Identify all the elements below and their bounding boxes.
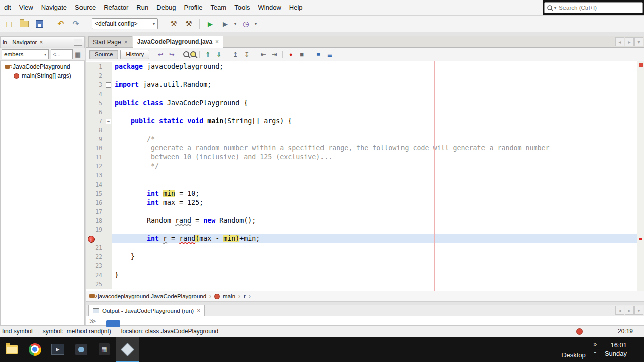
toolbar-expand-icon[interactable]: »	[594, 341, 597, 348]
menu-navigate[interactable]: Navigate	[37, 0, 71, 15]
line-number[interactable]: 17	[86, 207, 105, 216]
line-number[interactable]: 9	[86, 135, 105, 144]
code-line[interactable]: 3import java.util.Random;	[86, 80, 644, 89]
line-number[interactable]: 6	[86, 108, 105, 117]
next-occurrence-icon[interactable]: ⇓	[214, 49, 224, 59]
scroll-tabs-left-icon[interactable]: ◂	[615, 37, 624, 46]
previous-edit-icon[interactable]: ↩	[155, 49, 166, 59]
new-file-icon[interactable]: ▤	[3, 18, 15, 30]
menu-dit[interactable]: dit	[0, 0, 15, 15]
open-project-icon[interactable]	[18, 18, 30, 30]
menu-source[interactable]: Source	[71, 0, 100, 15]
navigator-header[interactable]: in - Navigator × –	[0, 36, 85, 48]
chevron-down-icon[interactable]: ▾	[255, 22, 257, 26]
taskbar-clock[interactable]: 16:01 Sunday	[605, 341, 627, 358]
code-line[interactable]: 15 int min = 10;	[86, 189, 644, 198]
menu-debug[interactable]: Debug	[152, 0, 180, 15]
save-all-icon[interactable]	[33, 18, 45, 30]
tab-list-icon[interactable]: ▾	[634, 37, 643, 46]
menu-profile[interactable]: Profile	[180, 0, 207, 15]
debug-project-icon[interactable]: ▶	[219, 18, 231, 30]
code-line[interactable]: 12 */	[86, 162, 644, 171]
close-icon[interactable]: ×	[124, 39, 128, 46]
code-line[interactable]: 8	[86, 126, 644, 135]
line-number[interactable]: 2	[86, 71, 105, 80]
code-editor[interactable]: 1package javacodeplayground;23import jav…	[86, 61, 644, 291]
line-number[interactable]: 14	[86, 180, 105, 189]
breadcrumb-item-variable[interactable]: r	[244, 293, 246, 299]
shift-left-icon[interactable]: ⇤	[258, 49, 268, 59]
history-button[interactable]: History	[120, 50, 149, 59]
output-area[interactable]: ≫	[86, 316, 644, 325]
line-number[interactable]: 1	[86, 62, 105, 71]
code-line[interactable]: 10 generate a random number within a spe…	[86, 144, 644, 153]
line-number[interactable]: 13	[86, 171, 105, 180]
close-icon[interactable]: ×	[197, 307, 200, 314]
search-input[interactable]	[558, 4, 640, 11]
config-selector[interactable]: <default config> ▾	[92, 18, 158, 29]
code-line[interactable]: 25	[86, 280, 644, 289]
tab-start-page[interactable]: Start Page ×	[88, 36, 132, 47]
code-line[interactable]: 1package javacodeplayground;	[86, 62, 644, 71]
previous-bookmark-icon[interactable]: ↥	[230, 49, 240, 59]
search-box[interactable]: ▾	[544, 2, 643, 13]
uncomment-lines-icon[interactable]: ≣	[325, 49, 335, 59]
code-line[interactable]: 9 /*	[86, 135, 644, 144]
tab-list-icon[interactable]: ▾	[634, 306, 643, 315]
next-bookmark-icon[interactable]: ↧	[242, 49, 252, 59]
code-line[interactable]: 2	[86, 71, 644, 80]
close-icon[interactable]: ×	[215, 38, 219, 45]
tree-item-main-string-args-[interactable]: main(String[] args)	[1, 71, 84, 80]
code-line[interactable]: 24}	[86, 270, 644, 280]
line-number[interactable]: 3	[86, 80, 105, 89]
tree-item-javacodeplayground[interactable]: JavaCodePlayground	[1, 62, 84, 71]
close-icon[interactable]: ×	[39, 39, 43, 46]
code-line[interactable]: int r = rand(max - min)+min;	[86, 234, 644, 243]
line-number[interactable]: 22	[86, 252, 105, 261]
code-line[interactable]: 14	[86, 180, 644, 189]
taskbar-netbeans-active[interactable]	[116, 337, 139, 362]
taskbar-media-app[interactable]: ▶	[46, 337, 69, 362]
line-number[interactable]: 21	[86, 243, 105, 252]
breadcrumb-item-class[interactable]: javacodeplayground.JavaCodePlayground	[98, 293, 206, 299]
start-macro-recording-icon[interactable]: ●	[286, 49, 296, 59]
members-dropdown[interactable]: embers ▾	[2, 49, 49, 59]
code-line[interactable]: 6	[86, 108, 644, 117]
shift-right-icon[interactable]: ⇥	[269, 49, 279, 59]
chevron-down-icon[interactable]: ▾	[554, 6, 556, 10]
code-line[interactable]: 7 public static void main(String[] args)…	[86, 117, 644, 126]
desktop-toolbar-label[interactable]: Desktop	[561, 351, 586, 359]
line-number[interactable]: 15	[86, 189, 105, 198]
code-line[interactable]: 5public class JavaCodePlayground {	[86, 99, 644, 108]
profile-project-icon[interactable]: ◷	[239, 18, 252, 30]
fold-toggle-icon[interactable]	[105, 117, 112, 126]
minimize-icon[interactable]: –	[74, 39, 82, 46]
breadcrumb-item-method[interactable]: main	[223, 293, 235, 299]
line-number[interactable]: 5	[86, 99, 105, 108]
undo-icon[interactable]: ↶	[55, 18, 67, 30]
sort-icon[interactable]: ▦	[75, 51, 81, 58]
highlight-occurrences-icon[interactable]	[190, 51, 196, 57]
error-badge[interactable]	[86, 234, 105, 243]
redo-icon[interactable]: ↷	[70, 18, 82, 30]
error-mark[interactable]	[639, 238, 642, 240]
scroll-tabs-right-icon[interactable]: ▸	[625, 306, 634, 315]
line-number[interactable]: 18	[86, 216, 105, 225]
tab-output[interactable]: Output - JavaCodePlayground (run) ×	[88, 305, 205, 316]
filter-box[interactable]: <...	[51, 49, 73, 59]
line-number[interactable]: 12	[86, 162, 105, 171]
line-number[interactable]: 10	[86, 144, 105, 153]
code-line[interactable]: 11 between 10 (inclusive) and 125 (exclu…	[86, 153, 644, 162]
stop-macro-recording-icon[interactable]: ■	[297, 49, 307, 59]
previous-occurrence-icon[interactable]: ⇑	[203, 49, 213, 59]
scroll-tabs-left-icon[interactable]: ◂	[615, 306, 624, 315]
line-number[interactable]: 7	[86, 117, 105, 126]
line-number[interactable]: 16	[86, 198, 105, 207]
line-number[interactable]: 23	[86, 261, 105, 270]
code-line[interactable]: 17	[86, 207, 644, 216]
source-button[interactable]: Source	[89, 50, 118, 59]
error-stripe[interactable]	[637, 61, 644, 291]
expand-output-icon[interactable]: ≫	[89, 317, 96, 325]
menu-tools[interactable]: Tools	[230, 0, 254, 15]
show-hidden-icons-icon[interactable]: ⌃	[593, 351, 598, 358]
